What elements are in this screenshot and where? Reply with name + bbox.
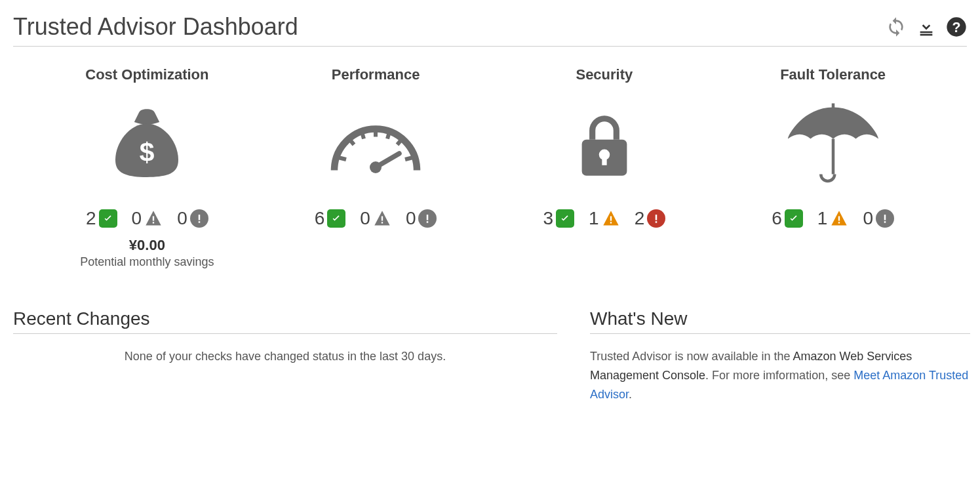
info-icon — [876, 209, 894, 228]
err-count: 0 — [177, 208, 208, 229]
svg-rect-0 — [920, 34, 933, 36]
check-icon — [785, 209, 803, 228]
umbrella-icon — [784, 96, 882, 195]
category-title: Cost Optimization — [85, 66, 208, 83]
svg-rect-17 — [382, 217, 383, 221]
category-title: Fault Tolerance — [780, 66, 886, 83]
status-counts: 2 0 0 — [86, 208, 208, 229]
svg-rect-4 — [153, 217, 154, 221]
svg-line-10 — [397, 139, 402, 145]
savings-label: Potential monthly savings — [80, 255, 214, 269]
svg-rect-30 — [838, 217, 840, 221]
svg-rect-32 — [884, 215, 886, 220]
recent-changes-body: None of your checks have changed status … — [13, 347, 557, 366]
whats-new-panel: What's New Trusted Advisor is now availa… — [590, 308, 970, 404]
warning-icon — [830, 209, 848, 228]
svg-rect-7 — [198, 221, 200, 223]
info-icon — [190, 209, 208, 228]
svg-text:$: $ — [140, 137, 155, 167]
svg-rect-25 — [610, 222, 611, 223]
svg-rect-23 — [602, 155, 606, 165]
svg-line-12 — [405, 157, 413, 159]
err-count: 0 — [406, 208, 437, 229]
svg-rect-18 — [382, 222, 383, 223]
whats-new-body: Trusted Advisor is now available in the … — [590, 347, 970, 404]
svg-line-13 — [362, 132, 364, 139]
category-fault-tolerance[interactable]: Fault Tolerance 6 1 0 — [735, 66, 931, 269]
lock-icon — [555, 96, 654, 195]
svg-text:?: ? — [952, 20, 960, 35]
warning-icon — [144, 209, 163, 228]
category-title: Security — [576, 66, 633, 83]
err-count: 2 — [635, 208, 666, 229]
ok-count: 6 — [772, 208, 803, 229]
svg-rect-24 — [610, 217, 611, 221]
svg-rect-19 — [427, 215, 429, 220]
status-counts: 3 1 2 — [543, 208, 666, 229]
panel-title: Recent Changes — [13, 308, 557, 334]
savings-amount: ¥0.00 — [129, 237, 165, 254]
category-row: Cost Optimization $ 2 0 0 — [33, 66, 947, 269]
svg-line-11 — [338, 157, 346, 159]
warning-icon — [373, 209, 391, 228]
recent-changes-panel: Recent Changes None of your checks have … — [13, 308, 557, 404]
status-counts: 6 1 0 — [772, 208, 894, 229]
svg-rect-20 — [427, 221, 429, 223]
warn-count: 1 — [589, 208, 620, 229]
check-icon — [556, 209, 574, 228]
svg-rect-27 — [656, 221, 657, 223]
ok-count: 6 — [315, 208, 346, 229]
svg-line-14 — [387, 132, 389, 139]
warn-count: 1 — [817, 208, 849, 229]
download-icon[interactable] — [916, 16, 937, 37]
svg-rect-31 — [838, 222, 840, 223]
category-cost-optimization[interactable]: Cost Optimization $ 2 0 0 — [49, 66, 245, 269]
category-security[interactable]: Security 3 1 2 — [506, 66, 703, 269]
gauge-icon — [326, 96, 425, 195]
svg-rect-29 — [831, 139, 834, 175]
money-bag-icon: $ — [98, 96, 196, 195]
warn-count: 0 — [132, 208, 163, 229]
warning-icon — [602, 209, 620, 228]
ok-count: 3 — [543, 208, 575, 229]
svg-rect-5 — [153, 222, 154, 223]
info-icon — [418, 209, 437, 228]
ok-count: 2 — [86, 208, 117, 229]
header-actions: ? — [886, 16, 967, 37]
svg-rect-33 — [884, 221, 886, 223]
category-title: Performance — [332, 66, 420, 83]
svg-line-9 — [349, 139, 355, 145]
svg-rect-28 — [831, 104, 834, 110]
panel-title: What's New — [590, 308, 970, 334]
status-counts: 6 0 0 — [315, 208, 437, 229]
refresh-icon[interactable] — [886, 16, 907, 37]
svg-line-16 — [376, 154, 399, 167]
err-count: 0 — [863, 208, 894, 229]
help-icon[interactable]: ? — [946, 16, 967, 37]
check-icon — [327, 209, 345, 228]
check-icon — [99, 209, 117, 228]
category-performance[interactable]: Performance 6 0 — [277, 66, 474, 269]
svg-rect-6 — [198, 215, 200, 220]
warn-count: 0 — [360, 208, 391, 229]
svg-rect-26 — [656, 215, 657, 220]
page-title: Trusted Advisor Dashboard — [13, 13, 298, 41]
error-icon — [647, 209, 665, 228]
